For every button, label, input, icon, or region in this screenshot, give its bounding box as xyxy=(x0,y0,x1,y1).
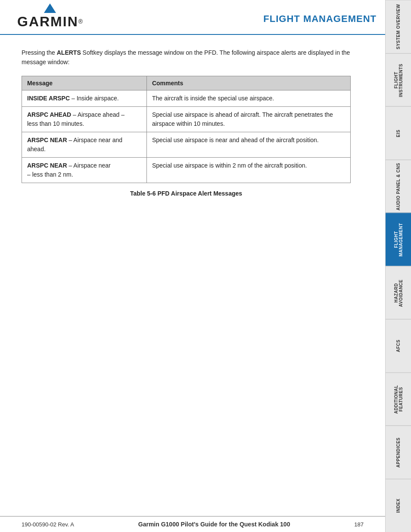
logo-reg: ® xyxy=(78,18,83,25)
intro-paragraph: Pressing the ALERTS Softkey displays the… xyxy=(22,48,351,67)
logo-text: GARMIN xyxy=(17,14,78,29)
intro-prefix: Pressing the xyxy=(22,49,57,56)
col-comments-header: Comments xyxy=(146,76,350,90)
footer-center: Garmin G1000 Pilot's Guide for the Quest… xyxy=(138,521,290,528)
comment-cell-1: Special use airspace is ahead of aircraf… xyxy=(146,106,350,132)
comment-cell-2: Special use airspace is near and ahead o… xyxy=(146,132,350,157)
footer-left: 190-00590-02 Rev. A xyxy=(22,521,74,528)
logo-triangle-icon xyxy=(44,3,56,13)
sidebar-tab-hazard[interactable]: HAZARD AVOIDANCE xyxy=(386,266,411,320)
sidebar-tab-audiopanel[interactable]: AUDIO PANEL & CNS xyxy=(386,160,411,213)
page-header: GARMIN® FLIGHT MANAGEMENT xyxy=(0,0,411,35)
comment-cell-3: Special use airspace is within 2 nm of t… xyxy=(146,157,350,183)
sidebar-tab-flight[interactable]: FLIGHT MANAGEMENT xyxy=(386,213,411,266)
table-row: ARSPC NEAR – Airspace near– less than 2 … xyxy=(22,157,351,183)
msg-cell-0: INSIDE ARSPC – Inside airspace. xyxy=(22,90,147,106)
col-message-header: Message xyxy=(22,76,147,90)
main-content: Pressing the ALERTS Softkey displays the… xyxy=(0,35,385,218)
sidebar-tab-afcs[interactable]: AFCS xyxy=(386,319,411,373)
page-footer: 190-00590-02 Rev. A Garmin G1000 Pilot's… xyxy=(0,516,385,532)
msg-cell-2: ARSPC NEAR – Airspace near andahead. xyxy=(22,132,147,157)
logo-area: GARMIN® xyxy=(17,8,83,30)
sidebar-tab-eis[interactable]: EIS xyxy=(386,106,411,160)
sidebar-tab-system[interactable]: SYSTEM OVERVIEW xyxy=(386,0,411,53)
msg-cell-3: ARSPC NEAR – Airspace near– less than 2 … xyxy=(22,157,147,183)
airspace-alert-table: Message Comments INSIDE ARSPC – Inside a… xyxy=(22,76,351,183)
msg-cell-1: ARSPC AHEAD – Airspace ahead –less than … xyxy=(22,106,147,132)
table-row: INSIDE ARSPC – Inside airspace.The aircr… xyxy=(22,90,351,106)
page-title: FLIGHT MANAGEMENT xyxy=(263,13,377,25)
sidebar-tab-flight[interactable]: FLIGHT INSTRUMENTS xyxy=(386,53,411,107)
sidebar-tab-index[interactable]: INDEX xyxy=(386,479,411,532)
intro-keyword: ALERTS xyxy=(57,49,81,56)
sidebar-tab-additional[interactable]: ADDITIONAL FEATURES xyxy=(386,373,411,426)
footer-right: 187 xyxy=(354,521,364,528)
table-row: ARSPC AHEAD – Airspace ahead –less than … xyxy=(22,106,351,132)
table-caption: Table 5-6 PFD Airspace Alert Messages xyxy=(22,190,351,197)
table-row: ARSPC NEAR – Airspace near andahead.Spec… xyxy=(22,132,351,157)
comment-cell-0: The aircraft is inside the special use a… xyxy=(146,90,350,106)
section-sidebar: SYSTEM OVERVIEWFLIGHT INSTRUMENTSEISAUDI… xyxy=(385,0,411,532)
sidebar-tab-appendices[interactable]: APPENDICES xyxy=(386,426,411,479)
